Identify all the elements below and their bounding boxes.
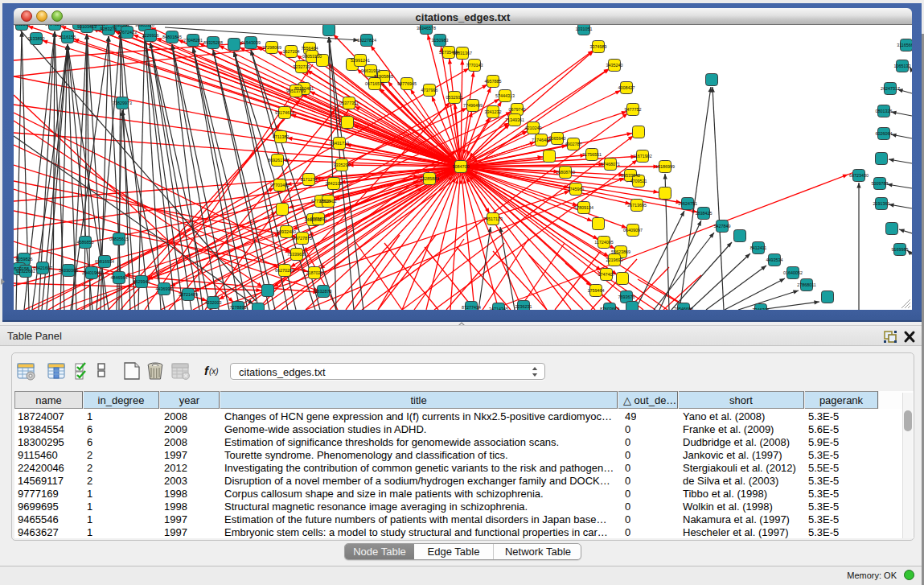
- svg-text:1226916: 1226916: [142, 33, 159, 38]
- svg-text:96965328: 96965328: [135, 25, 154, 27]
- svg-text:74517123: 74517123: [483, 216, 503, 221]
- svg-text:3171274: 3171274: [301, 177, 318, 182]
- svg-text:52991241: 52991241: [351, 58, 370, 63]
- svg-text:86926179: 86926179: [268, 158, 287, 163]
- svg-text:71756551: 71756551: [582, 152, 602, 157]
- svg-text:34624751: 34624751: [678, 201, 697, 206]
- svg-text:1627204: 1627204: [283, 49, 300, 54]
- svg-text:69816934: 69816934: [95, 259, 114, 264]
- svg-text:08053100: 08053100: [302, 54, 322, 59]
- svg-text:73829973: 73829973: [113, 101, 132, 105]
- svg-text:7556464: 7556464: [302, 46, 318, 51]
- svg-text:1745961: 1745961: [568, 187, 585, 192]
- svg-text:9335290: 9335290: [334, 163, 351, 167]
- svg-text:2236231: 2236231: [515, 304, 532, 309]
- svg-text:38721489: 38721489: [179, 292, 198, 297]
- svg-text:1065133: 1065133: [894, 64, 911, 68]
- svg-text:4493534: 4493534: [766, 257, 783, 262]
- svg-text:27298069: 27298069: [262, 45, 281, 50]
- svg-text:8059826: 8059826: [16, 257, 33, 262]
- svg-text:4436995: 4436995: [156, 286, 173, 291]
- svg-text:9065940: 9065940: [549, 136, 566, 141]
- svg-text:70546688: 70546688: [674, 307, 693, 310]
- svg-text:5030564: 5030564: [113, 25, 129, 27]
- svg-text:2219693: 2219693: [606, 257, 623, 262]
- svg-text:01640052: 01640052: [783, 270, 803, 275]
- svg-text:37672423: 37672423: [117, 30, 137, 35]
- svg-text:34714345: 34714345: [489, 307, 508, 310]
- svg-text:1838425: 1838425: [696, 211, 713, 216]
- svg-text:57444313: 57444313: [495, 93, 515, 98]
- svg-text:54330365: 54330365: [59, 268, 78, 273]
- svg-text:31165667: 31165667: [897, 43, 912, 47]
- svg-text:66270289: 66270289: [275, 268, 294, 273]
- svg-text:5427849: 5427849: [714, 224, 731, 229]
- svg-text:3341232: 3341232: [485, 109, 502, 114]
- svg-text:4709521: 4709521: [630, 179, 647, 183]
- svg-text:9232719: 9232719: [294, 64, 310, 69]
- svg-text:55623869: 55623869: [611, 249, 630, 254]
- svg-text:4737996: 4737996: [421, 88, 438, 93]
- svg-text:4846564: 4846564: [111, 275, 128, 280]
- svg-text:27868011: 27868011: [797, 282, 816, 287]
- svg-text:6629946: 6629946: [133, 279, 150, 284]
- svg-text:87277434: 87277434: [462, 305, 481, 310]
- svg-text:3435240: 3435240: [606, 63, 623, 68]
- svg-text:05377351: 05377351: [339, 101, 359, 105]
- svg-text:99727875: 99727875: [293, 236, 312, 241]
- svg-text:16808760: 16808760: [556, 170, 575, 175]
- svg-text:4711382: 4711382: [273, 134, 290, 139]
- svg-text:2842102: 2842102: [326, 181, 343, 186]
- svg-text:9502402: 9502402: [320, 199, 337, 204]
- svg-text:71746488: 71746488: [532, 138, 551, 142]
- svg-text:01543039: 01543039: [241, 40, 261, 45]
- svg-text:9477752: 9477752: [625, 107, 642, 112]
- svg-text:5116155: 5116155: [60, 35, 76, 39]
- svg-text:26247317: 26247317: [881, 86, 900, 91]
- svg-text:13186999: 13186999: [655, 164, 675, 169]
- svg-text:0679740: 0679740: [509, 107, 526, 112]
- svg-text:97703482: 97703482: [270, 183, 290, 187]
- svg-text:4210249: 4210249: [525, 126, 542, 130]
- svg-text:6026064: 6026064: [876, 131, 893, 136]
- svg-text:23285884: 23285884: [420, 176, 439, 181]
- svg-text:1031051: 1031051: [576, 27, 593, 31]
- svg-text:3747407: 3747407: [598, 272, 615, 277]
- svg-text:3374989: 3374989: [590, 44, 607, 49]
- svg-text:3150983: 3150983: [432, 38, 449, 43]
- svg-text:8412411: 8412411: [750, 245, 767, 250]
- svg-text:4586850: 4586850: [77, 240, 94, 245]
- svg-text:39533942: 39533942: [621, 173, 640, 178]
- svg-text:75339636: 75339636: [287, 252, 306, 257]
- svg-text:18227824: 18227824: [357, 38, 376, 43]
- svg-text:71349361: 71349361: [505, 117, 524, 122]
- svg-text:36713695: 36713695: [627, 203, 647, 208]
- svg-text:96513709: 96513709: [286, 89, 306, 93]
- svg-text:57809134: 57809134: [574, 205, 593, 210]
- svg-text:68723430: 68723430: [849, 173, 869, 178]
- svg-text:4008427: 4008427: [618, 85, 635, 90]
- svg-text:06431713: 06431713: [330, 141, 349, 146]
- svg-text:4332181: 4332181: [14, 25, 31, 27]
- svg-text:7278895: 7278895: [230, 305, 247, 310]
- svg-text:4957885: 4957885: [485, 79, 502, 84]
- svg-text:0133890: 0133890: [28, 36, 45, 41]
- svg-text:27048281: 27048281: [183, 38, 203, 43]
- svg-text:91905865: 91905865: [374, 74, 393, 79]
- svg-text:77496499: 77496499: [463, 103, 483, 108]
- svg-text:4902787: 4902787: [565, 142, 582, 146]
- svg-text:06716572: 06716572: [365, 81, 384, 86]
- svg-text:06409097: 06409097: [623, 228, 643, 233]
- svg-text:11724005: 11724005: [594, 240, 614, 245]
- svg-text:1632870: 1632870: [315, 289, 332, 294]
- svg-text:0801326: 0801326: [876, 109, 893, 113]
- svg-text:67468071: 67468071: [601, 162, 620, 167]
- svg-text:98776945: 98776945: [397, 81, 417, 86]
- svg-text:1759464: 1759464: [588, 288, 605, 293]
- svg-text:7693676: 7693676: [618, 295, 635, 299]
- svg-text:(x): (x): [209, 367, 219, 376]
- svg-text:9169985: 9169985: [892, 247, 909, 252]
- svg-text:96631931: 96631931: [361, 68, 380, 73]
- svg-text:1775891: 1775891: [310, 216, 327, 221]
- svg-text:93174612: 93174612: [275, 110, 294, 115]
